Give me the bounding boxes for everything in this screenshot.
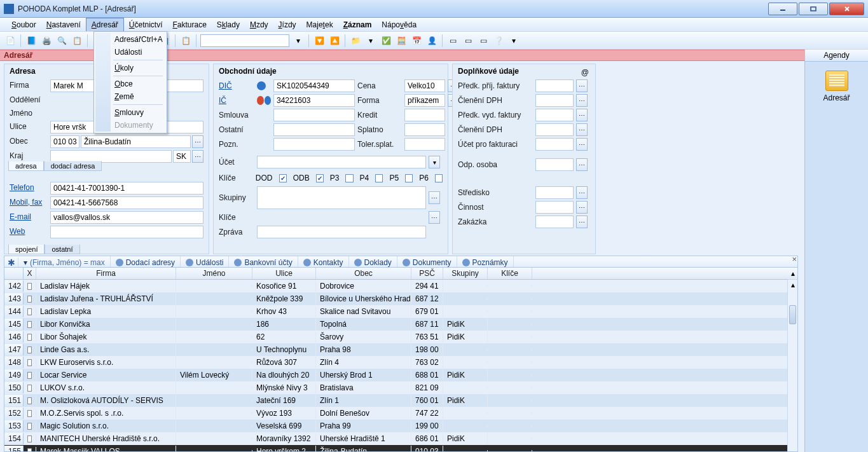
dropdown-button[interactable]: ⋯ — [576, 123, 588, 136]
tool-icon[interactable]: 🔽 — [313, 34, 326, 47]
label-web[interactable]: Web — [10, 226, 48, 238]
field-dic[interactable]: SK1020544349 — [273, 79, 355, 92]
field-forma[interactable]: příkazem — [404, 94, 445, 107]
tool-icon[interactable]: 👤 — [425, 34, 438, 47]
tab-record-star[interactable]: ✱ — [4, 257, 18, 268]
lookup-button[interactable]: ⋯ — [192, 150, 203, 163]
label-ic[interactable]: IČ — [219, 95, 254, 106]
row-checkbox[interactable] — [24, 371, 36, 380]
dd-ukoly[interactable]: Úkoly — [95, 62, 165, 74]
field-ppf[interactable] — [535, 79, 574, 92]
tool-icon[interactable]: ✅ — [380, 34, 392, 47]
field-cena[interactable]: Velko10 — [404, 79, 445, 92]
field-obec-psc[interactable]: 010 03 — [50, 135, 79, 148]
dd-adresar[interactable]: AdresářCtrl+A — [95, 33, 165, 46]
checkbox-odb[interactable]: ✔ — [316, 174, 324, 182]
col-jmeno[interactable]: Jméno — [176, 268, 252, 279]
checkbox-p5[interactable] — [405, 174, 413, 182]
col-psc[interactable]: PSČ — [411, 268, 443, 279]
tool-icon[interactable]: 🔼 — [328, 34, 341, 47]
label-mobilfax[interactable]: Mobil, fax — [10, 196, 48, 209]
ie-icon[interactable] — [257, 81, 266, 90]
tool-icon[interactable]: 📅 — [410, 34, 423, 47]
col-obec[interactable]: Obec — [316, 268, 411, 279]
dropdown-button[interactable]: ⋯ — [576, 216, 588, 228]
field-smlouva[interactable] — [273, 109, 355, 121]
row-checkbox[interactable] — [24, 447, 36, 453]
field-zak[interactable] — [535, 216, 574, 228]
col-x[interactable]: X — [24, 268, 36, 279]
tool-icon[interactable]: ▭ — [477, 34, 490, 47]
field-ic[interactable]: 34221603 — [273, 94, 355, 107]
table-row[interactable]: 143Ladislav Juřena - TRUHLÁŘSTVÍKněžpole… — [4, 292, 797, 305]
checkbox-dod[interactable]: ✔ — [279, 174, 287, 182]
scroll-top-icon[interactable]: ▴ — [788, 268, 797, 280]
tool-icon[interactable]: 🖨️ — [40, 34, 53, 47]
dd-zeme[interactable]: Země — [95, 90, 165, 103]
checkbox-p3[interactable] — [345, 174, 353, 182]
subtab-adresa[interactable]: adresa — [8, 161, 44, 171]
table-row[interactable]: 145Libor Konvička186Topolná687 11PidiK — [4, 318, 797, 331]
menu-napoveda[interactable]: Nápověda — [376, 18, 422, 31]
warn-icon[interactable] — [257, 96, 264, 105]
table-row[interactable]: 148LKW Euroservis s.r.o.Růžová 307Zlín 4… — [4, 356, 797, 369]
menu-sklady[interactable]: Sklady — [212, 18, 245, 31]
row-checkbox[interactable] — [24, 383, 36, 393]
lookup-button[interactable]: ⋯ — [429, 211, 440, 224]
dd-udalosti[interactable]: Události — [95, 46, 165, 58]
field-web[interactable] — [50, 226, 203, 238]
menu-mzdy[interactable]: Mzdy — [245, 18, 273, 31]
field-pozn[interactable] — [273, 138, 355, 151]
col-skupiny[interactable]: Skupiny — [443, 268, 488, 279]
field-email[interactable]: vallos@vallos.sk — [50, 211, 203, 224]
field-kredit[interactable] — [404, 109, 445, 121]
row-checkbox[interactable] — [24, 332, 36, 342]
field-kraj-kod[interactable]: SK — [173, 150, 191, 163]
tool-dropdown-icon[interactable]: ▾ — [507, 34, 520, 47]
tool-icon[interactable]: ▭ — [446, 34, 459, 47]
menu-soubor[interactable]: Soubor — [6, 18, 41, 31]
dropdown-button[interactable]: ⋯ — [576, 79, 588, 92]
field-ucet[interactable] — [257, 156, 426, 168]
tool-icon[interactable]: 📋 — [71, 34, 83, 47]
tool-dropdown-icon[interactable]: ▾ — [292, 34, 305, 47]
row-checkbox[interactable] — [24, 320, 36, 329]
maximize-button[interactable] — [799, 3, 828, 15]
tool-icon[interactable]: 📁 — [349, 34, 362, 47]
menu-nastaveni[interactable]: Nastavení — [41, 18, 86, 31]
tool-icon[interactable]: ❔ — [492, 34, 505, 47]
dropdown-button[interactable]: ⋯ — [576, 158, 588, 171]
minimize-button[interactable] — [768, 3, 797, 15]
scroll-up-icon[interactable]: ▴ — [788, 280, 797, 290]
tool-icon[interactable]: ▭ — [462, 34, 474, 47]
field-cdph2[interactable] — [535, 123, 574, 136]
row-checkbox[interactable] — [24, 396, 36, 406]
row-checkbox[interactable] — [24, 345, 36, 355]
row-checkbox[interactable] — [24, 421, 36, 431]
label-email[interactable]: E-mail — [10, 211, 48, 224]
field-stred[interactable] — [535, 186, 574, 199]
field-telefon[interactable]: 00421-41-7001390-1 — [50, 182, 203, 195]
close-button[interactable] — [829, 3, 864, 15]
table-row[interactable]: 150LUKOV s.r.o.Mlýnské Nivy 3Bratislava8… — [4, 381, 797, 394]
tool-dropdown-icon[interactable]: ▾ — [364, 34, 377, 47]
dropdown-button[interactable]: ⋯ — [576, 138, 588, 151]
tool-icon[interactable]: 📄 — [4, 34, 17, 47]
table-row[interactable]: 152M.O.Z.Servis spol. s .r.o.Vývoz 193Do… — [4, 407, 797, 420]
subtab-spojeni[interactable]: spojení — [8, 244, 45, 254]
checkbox-p6[interactable] — [435, 174, 443, 182]
field-splatno[interactable] — [404, 123, 445, 136]
menu-adresar[interactable]: Adresář — [86, 18, 124, 31]
table-row[interactable]: 149Locar ServiceVilém LoveckýNa dlouhých… — [4, 369, 797, 381]
col-ulice[interactable]: Ulice — [252, 268, 316, 279]
checkbox-p4[interactable] — [375, 174, 383, 182]
tool-icon[interactable]: 🧮 — [395, 34, 408, 47]
label-dic[interactable]: DIČ — [219, 80, 254, 92]
subtab-dodaci[interactable]: dodací adresa — [44, 161, 102, 171]
field-pvf[interactable] — [535, 109, 574, 121]
dd-smlouvy[interactable]: Smlouvy — [95, 106, 165, 119]
field-cinn[interactable] — [535, 201, 574, 214]
menu-zaznam[interactable]: Záznam — [338, 18, 377, 31]
subtab-ostatni[interactable]: ostatní — [45, 244, 79, 254]
field-obec[interactable]: Žilina-Budatín — [81, 135, 191, 148]
